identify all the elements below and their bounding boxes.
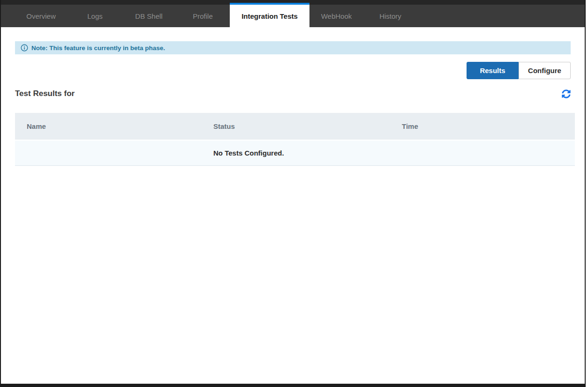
view-toggle-group: Results Configure — [15, 62, 571, 79]
beta-note-text: Note: This feature is currently in beta … — [31, 45, 165, 52]
results-heading-row: Test Results for — [15, 88, 571, 100]
empty-state-row: No Tests Configured. — [15, 140, 575, 165]
app-window: Overview Logs DB Shell Profile Integrati… — [0, 0, 586, 387]
tab-profile[interactable]: Profile — [176, 5, 230, 27]
tab-db-shell[interactable]: DB Shell — [122, 5, 176, 27]
tab-webhook[interactable]: WebHook — [309, 5, 363, 27]
empty-state-text: No Tests Configured. — [15, 140, 575, 165]
info-circle-icon — [21, 44, 28, 52]
main-content: Note: This feature is currently in beta … — [1, 41, 585, 166]
beta-note-banner: Note: This feature is currently in beta … — [15, 41, 571, 54]
tab-bar: Overview Logs DB Shell Profile Integrati… — [1, 5, 585, 27]
tab-history[interactable]: History — [363, 5, 417, 27]
column-header-time: Time — [390, 113, 575, 140]
sync-icon[interactable] — [561, 89, 571, 98]
test-results-table: Name Status Time No Tests Configured. — [15, 113, 575, 166]
table-header-row: Name Status Time — [15, 113, 575, 140]
tab-integration-tests[interactable]: Integration Tests — [230, 3, 309, 27]
page-title: Test Results for — [15, 89, 75, 98]
column-header-status: Status — [202, 113, 390, 140]
configure-button[interactable]: Configure — [519, 62, 571, 79]
tab-logs[interactable]: Logs — [68, 5, 122, 27]
tab-overview[interactable]: Overview — [14, 5, 68, 27]
results-button[interactable]: Results — [467, 62, 519, 79]
column-header-name: Name — [15, 113, 202, 140]
